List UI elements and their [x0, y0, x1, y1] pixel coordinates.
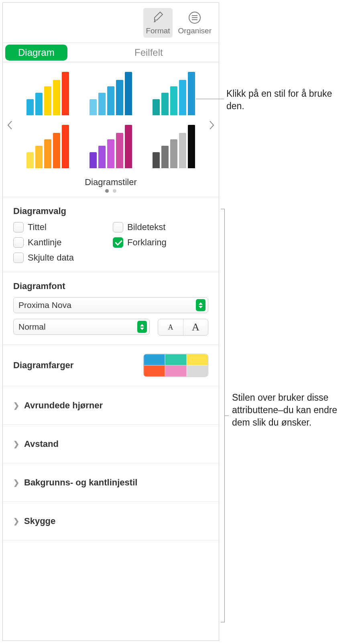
tab-chart[interactable]: Diagram	[5, 45, 67, 61]
bar	[44, 139, 51, 168]
bar	[98, 146, 106, 168]
bar	[188, 125, 195, 168]
bar	[179, 80, 186, 115]
bar	[26, 152, 34, 168]
disclosure-shadow[interactable]: ❯ Skygge	[3, 502, 219, 540]
bar	[161, 93, 169, 115]
option-label: Kantlinje	[28, 237, 61, 248]
pager-dot-2[interactable]	[113, 189, 116, 193]
bar	[116, 80, 123, 115]
bar	[153, 152, 160, 168]
option-label: Skjulte data	[28, 253, 74, 263]
disclosure-label: Avstand	[24, 439, 59, 449]
disclosure-label: Avrundede hjørner	[24, 400, 103, 411]
option-legend: Forklaring	[113, 237, 208, 248]
option-title: Tittel	[13, 222, 109, 232]
checkbox-caption[interactable]	[113, 222, 123, 232]
format-label: Format	[146, 26, 170, 35]
chart-colors-heading: Diagramfarger	[13, 360, 73, 371]
callout-middle: Stilen over bruker disse attributtene–du…	[232, 391, 344, 429]
bar	[188, 72, 195, 115]
option-hidden: Skjulte data	[13, 253, 109, 263]
chart-options-section: Diagramvalg TittelBildetekstKantlinjeFor…	[3, 197, 219, 272]
chart-options-grid: TittelBildetekstKantlinjeForklaringSkjul…	[13, 222, 208, 263]
option-label: Tittel	[28, 222, 47, 232]
bar	[90, 99, 97, 115]
chevron-right-icon	[209, 120, 215, 130]
chart-options-heading: Diagramvalg	[13, 206, 208, 216]
chart-styles-section: Diagramstiler	[3, 62, 219, 197]
font-size-decrease[interactable]: A	[158, 319, 183, 335]
callout-top: Klikk på en stil for å bruke den.	[226, 88, 339, 112]
option-label: Bildetekst	[127, 222, 165, 232]
bar	[98, 93, 106, 115]
swatch-cell	[165, 365, 186, 377]
checkbox-border[interactable]	[13, 237, 24, 248]
bar	[90, 152, 97, 168]
disclosure-label: Bakgrunns- og kantlinjestil	[24, 477, 137, 488]
disclosure-bg-border[interactable]: ❯ Bakgrunns- og kantlinjestil	[3, 463, 219, 502]
list-icon	[187, 10, 202, 25]
swatch-cell	[165, 354, 186, 365]
gallery-pager	[3, 189, 219, 197]
style-purple-magenta[interactable]	[83, 122, 138, 171]
bar	[161, 146, 169, 168]
option-label: Forklaring	[127, 237, 167, 248]
style-grayscale[interactable]	[146, 122, 202, 171]
bar	[107, 139, 114, 168]
swatch-cell	[144, 354, 165, 365]
style-teal-blue[interactable]	[146, 69, 202, 118]
bar	[179, 133, 186, 168]
font-family-value: Proxima Nova	[18, 300, 71, 310]
callout-bracket	[221, 209, 225, 622]
checkbox-title[interactable]	[13, 222, 24, 232]
bar	[170, 139, 177, 168]
option-caption: Bildetekst	[113, 222, 208, 232]
checkbox-hidden[interactable]	[13, 253, 24, 263]
disclosure-label: Skygge	[24, 516, 55, 526]
bar	[116, 133, 123, 168]
chart-colors-picker[interactable]	[143, 354, 208, 377]
bar	[53, 133, 60, 168]
bar	[170, 86, 177, 115]
bar	[125, 125, 132, 168]
option-border: Kantlinje	[13, 237, 109, 248]
swatch-cell	[187, 365, 208, 377]
format-button[interactable]: Format	[143, 8, 172, 38]
gallery-prev[interactable]	[5, 118, 14, 134]
pager-dot-1[interactable]	[105, 189, 109, 193]
tab-errorbar[interactable]: Feilfelt	[79, 45, 219, 61]
font-size-increase[interactable]: A	[183, 319, 208, 335]
bar	[62, 72, 69, 115]
chevron-right-icon: ❯	[13, 401, 19, 410]
swatch-cell	[187, 354, 208, 365]
style-blues[interactable]	[83, 69, 138, 118]
bar	[125, 72, 132, 115]
font-weight-select[interactable]: Normal	[13, 319, 150, 335]
stepper-icon	[196, 299, 206, 311]
callout-connector	[225, 416, 229, 416]
gallery-next[interactable]	[208, 118, 216, 134]
disclosure-spacing[interactable]: ❯ Avstand	[3, 425, 219, 463]
checkbox-legend[interactable]	[113, 237, 123, 248]
stepper-icon	[137, 321, 147, 333]
bar	[62, 125, 69, 168]
style-yellow-orange-red[interactable]	[20, 122, 75, 171]
bar	[35, 93, 43, 115]
font-family-select[interactable]: Proxima Nova	[13, 297, 208, 313]
font-size-buttons: A A	[158, 319, 208, 336]
chart-styles-title: Diagramstiler	[3, 173, 219, 189]
style-blue-yellow-red[interactable]	[20, 69, 75, 118]
chevron-right-icon: ❯	[13, 478, 19, 487]
paintbrush-icon	[151, 10, 165, 25]
chevron-right-icon: ❯	[13, 517, 19, 526]
swatch-cell	[144, 365, 165, 377]
bar	[153, 99, 160, 115]
disclosure-rounded-corners[interactable]: ❯ Avrundede hjørner	[3, 386, 219, 425]
chevron-right-icon: ❯	[13, 440, 19, 448]
organize-button[interactable]: Organiser	[176, 8, 214, 38]
font-weight-value: Normal	[18, 322, 46, 332]
chart-styles-grid	[3, 66, 219, 173]
bar	[26, 99, 34, 115]
bar	[44, 86, 51, 115]
